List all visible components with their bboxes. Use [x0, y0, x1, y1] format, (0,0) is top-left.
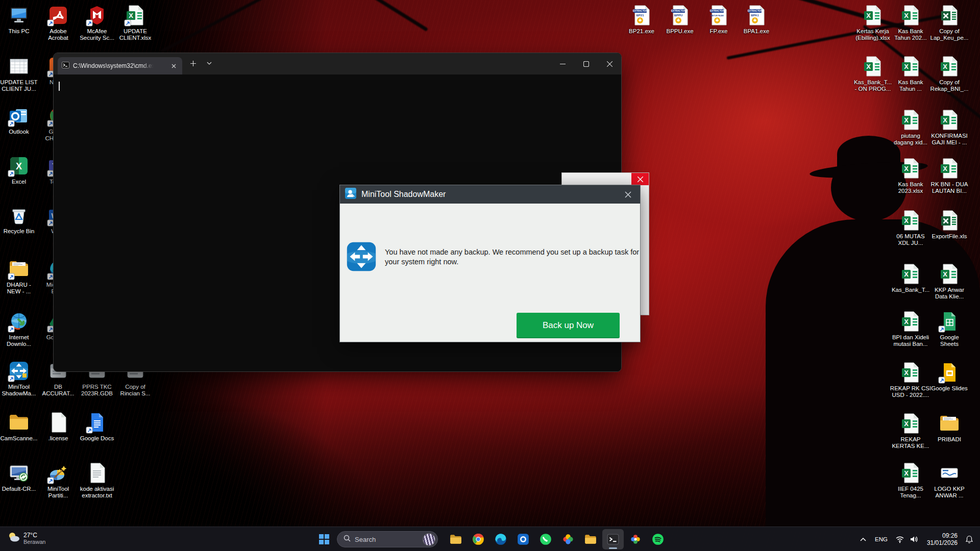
desktop-icon-minitool-partition[interactable]: MiniTool Partiti... — [36, 462, 80, 499]
desktop-icon-adobe-acrobat[interactable]: Adobe Acrobat — [36, 4, 80, 41]
desktop-icon-kas-bank-t[interactable]: XKas_Bank_T... — [889, 263, 933, 293]
desktop-icon-bppu-exe[interactable]: EXTRACTORBPPUBPPU.exe — [658, 4, 702, 35]
desktop-icon-camscanner-folder[interactable]: CamScanne... — [0, 411, 41, 442]
taskbar-chrome-icon[interactable] — [468, 529, 489, 549]
search-box[interactable]: Search — [337, 531, 438, 547]
desktop-icon-rekap-rk-csi-usd[interactable]: XREKAP RK CSI USD - 2022.... — [889, 361, 933, 398]
taskbar-terminal-icon[interactable] — [602, 529, 624, 549]
desktop-icon-kas-bank-tahun-202[interactable]: XKas Bank Tahun 202... — [889, 4, 933, 41]
close-button[interactable] — [598, 53, 621, 74]
close-icon[interactable] — [631, 173, 649, 185]
desktop-icon-kode-aktivasi-txt[interactable]: kode aktivasi extractor.txt — [75, 462, 119, 499]
bp21-exe-icon: EXTRACTORBP21 — [630, 4, 653, 27]
new-tab-button[interactable] — [186, 56, 200, 70]
copy-of-lap-keu-icon — [938, 4, 961, 27]
pribadi-folder-icon — [938, 412, 961, 435]
desktop-icon-recycle-bin[interactable]: Recycle Bin — [0, 204, 41, 235]
taskbar-file-explorer-icon[interactable] — [445, 529, 467, 549]
desktop-icon-piutang-dagang[interactable]: Xpiutang dagang xid... — [889, 109, 933, 146]
desktop-icon-iief-0425[interactable]: XIIEF 0425 Tenag... — [889, 462, 933, 499]
backup-now-button[interactable]: Back up Now — [517, 313, 620, 338]
tab-close-icon[interactable] — [169, 61, 178, 70]
terminal-cursor — [59, 82, 60, 91]
desktop-icon-kkp-anwar-data[interactable]: XKKP Anwar Data Klie... — [927, 263, 971, 300]
svg-text:EXTRACTOR: EXTRACTOR — [748, 10, 763, 12]
desktop-icon-update-list-client[interactable]: UPDATE LIST CLIENT JU... — [0, 55, 41, 92]
tab-dropdown-icon[interactable] — [203, 56, 216, 70]
tray-overflow-chevron-icon[interactable] — [856, 529, 870, 549]
desktop-icon-outlook[interactable]: Outlook — [0, 105, 41, 135]
terminal-tab-cmd[interactable]: C:\Windows\system32\cmd.exe — [58, 57, 182, 74]
svg-text:X: X — [904, 217, 909, 224]
taskbar-edge-icon[interactable] — [490, 529, 511, 549]
weather-temp: 27°C — [23, 532, 45, 539]
weather-condition: Berawan — [23, 539, 45, 545]
desktop-icon-license-file[interactable]: .license — [36, 411, 80, 442]
desktop-icon-minitool-shadowmaker[interactable]: MiniTool ShadowMa... — [0, 360, 41, 397]
volume-icon[interactable] — [907, 535, 921, 543]
taskbar-photos-icon[interactable] — [625, 529, 646, 549]
svg-text:X: X — [904, 12, 909, 19]
desktop-icon-this-pc[interactable]: This PC — [0, 4, 41, 35]
desktop-icon-mutas-xdl[interactable]: X06 MUTAS XDL JU... — [889, 209, 933, 246]
maximize-button[interactable] — [574, 53, 598, 74]
desktop-icon-label: Default-CR... — [0, 486, 41, 492]
minimize-button[interactable] — [551, 53, 574, 74]
desktop-icon-konfirmasi-gaji-mei[interactable]: XKONFIRMASI GAJI MEI - ... — [927, 109, 971, 146]
desktop-icon-excel[interactable]: XExcel — [0, 155, 41, 185]
desktop-icon-google-sheets[interactable]: Google Sheets — [927, 310, 971, 347]
desktop-icon-google-slides[interactable]: Google Slides — [927, 361, 971, 392]
taskbar-folder-icon[interactable] — [580, 529, 601, 549]
desktop-icon-exportfile-xls[interactable]: ExportFile.xls — [927, 209, 971, 240]
language-indicator[interactable]: ENG — [870, 536, 893, 542]
desktop-icon-dharu-new-folder[interactable]: DHARU - NEW - ... — [0, 258, 41, 295]
desktop-icon-label: piutang dagang xid... — [889, 133, 933, 146]
desktop-icon-kas-bank-2023[interactable]: XKas Bank 2023.xlsx — [889, 157, 933, 194]
notification-bell-icon[interactable] — [963, 535, 980, 544]
desktop-icon-kas-bank-tahun[interactable]: XKas Bank Tahun ... — [889, 55, 933, 92]
start-button[interactable] — [314, 529, 334, 549]
desktop-icon-label: Recycle Bin — [0, 228, 41, 235]
desktop-icon-label: Google Slides — [927, 385, 971, 392]
taskbar-clock[interactable]: 09:26 31/01/2026 — [921, 532, 963, 546]
kas-bank-tahun-202-icon: X — [899, 4, 922, 27]
desktop-icon-logo-kkp-anwar[interactable]: LOGO KKP ANWAR ... — [927, 462, 971, 499]
desktop-icon-pribadi-folder[interactable]: PRIBADI — [927, 412, 971, 443]
desktop-icon-bp21-exe[interactable]: EXTRACTORBP21BP21.exe — [620, 4, 664, 35]
bppu-exe-icon: EXTRACTORBPPU — [669, 4, 691, 27]
taskbar-blue-app-icon[interactable] — [512, 529, 534, 549]
desktop-icon-copy-of-lap-keu[interactable]: Copy of Lap_Keu_pe... — [927, 4, 971, 41]
dialog-close-icon[interactable] — [621, 188, 635, 201]
desktop[interactable]: This PCUPDATE LIST CLIENT JU...OutlookXE… — [0, 0, 980, 551]
bpa1-exe-icon: EXTRACTORBPA1 — [745, 4, 768, 27]
desktop-icon-rekap-kertas-ke[interactable]: XREKAP KERTAS KE... — [889, 412, 933, 449]
license-file-icon — [47, 411, 69, 434]
desktop-icon-default-cr-rdp[interactable]: Default-CR... — [0, 462, 41, 492]
terminal-tab-title: C:\Windows\system32\cmd.exe — [73, 62, 154, 69]
branch-decoration — [297, 0, 428, 32]
dialog-title: MiniTool ShadowMaker — [361, 190, 446, 199]
desktop-icon-copy-of-rekap-bni[interactable]: XCopy of Rekap_BNI_... — [927, 55, 971, 92]
network-icon[interactable] — [893, 535, 907, 543]
desktop-icon-mcafee-security[interactable]: McAfee Security Sc... — [75, 4, 119, 41]
taskbar-weather-widget[interactable]: 27°C Berawan — [4, 529, 48, 547]
kertas-kerja-ebilling-icon: X — [862, 4, 884, 27]
desktop-icon-label: BPPU.exe — [658, 28, 702, 35]
svg-text:X: X — [904, 116, 909, 124]
terminal-titlebar[interactable]: C:\Windows\system32\cmd.exe — [54, 53, 621, 74]
desktop-icon-update-client-xlsx[interactable]: XUPDATE CLIENT.xlsx — [113, 4, 157, 41]
desktop-icon-label: BPI dan Xideli mutasi Ban... — [889, 334, 933, 347]
dialog-titlebar[interactable]: MiniTool ShadowMaker — [340, 185, 640, 204]
desktop-icon-rk-bni-dua-lautan[interactable]: XRK BNI - DUA LAUTAN BI... — [927, 157, 971, 194]
desktop-icon-google-docs[interactable]: Google Docs — [75, 411, 119, 442]
desktop-icon-label: Google Docs — [75, 435, 119, 442]
desktop-icon-bpi-dan-xideli[interactable]: XBPI dan Xideli mutasi Ban... — [889, 310, 933, 347]
desktop-icon-internet-download-manager[interactable]: Internet Downlo... — [0, 310, 41, 347]
copy-of-rekap-bni-icon: X — [938, 55, 961, 78]
taskbar-google-photos-icon[interactable] — [557, 529, 579, 549]
minitool-app-icon — [345, 188, 356, 201]
taskbar-spotify-icon[interactable] — [647, 529, 669, 549]
desktop-icon-label: DB ACCURAT... — [36, 384, 80, 397]
taskbar-whatsapp-icon[interactable] — [535, 529, 556, 549]
desktop-icon-bpa1-exe[interactable]: EXTRACTORBPA1BPA1.exe — [734, 4, 778, 35]
